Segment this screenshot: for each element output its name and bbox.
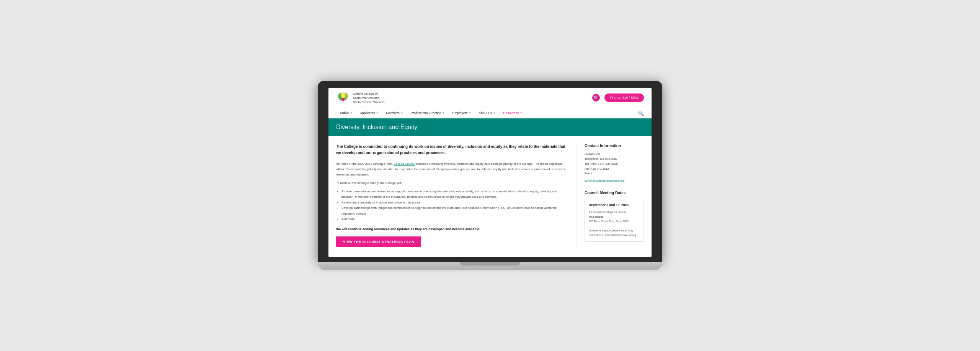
site-header: Ontario College of Social Workers and So… bbox=[328, 88, 652, 108]
main-content: The College is committed to continuing i… bbox=[328, 136, 652, 257]
bullet-item-4: And more. bbox=[341, 217, 567, 222]
laptop-screen: Ontario College of Social Workers and So… bbox=[328, 88, 652, 257]
content-intro: The College is committed to continuing i… bbox=[336, 144, 567, 156]
nav-item-employers[interactable]: Employers ▼ bbox=[448, 108, 475, 118]
meeting-reserve: To reserve a place, please email Amy Fra… bbox=[589, 228, 640, 238]
nav-item-public[interactable]: Public ▼ bbox=[336, 108, 356, 118]
page-hero: Diversity, Inclusion and Equity bbox=[328, 118, 652, 136]
telephone: Telephone: 416-972-9882 bbox=[585, 157, 644, 162]
meeting-line1: All Council meetings are held at: bbox=[589, 210, 640, 215]
content-body-paragraph: As noted in the 2020-2023 Strategic Plan… bbox=[336, 161, 567, 177]
contact-section: Contact Information OCSWSSW Telephone: 4… bbox=[585, 144, 644, 183]
chevron-down-icon: ▼ bbox=[469, 112, 471, 114]
toll-free: Toll-Free: 1-877-828-9380 bbox=[585, 162, 644, 167]
email-label: Email: bbox=[585, 171, 644, 176]
sidebar: Contact Information OCSWSSW Telephone: 4… bbox=[577, 144, 644, 249]
chevron-down-icon: ▼ bbox=[520, 112, 522, 114]
chevron-down-icon: ▼ bbox=[443, 112, 445, 114]
nav-item-applicants[interactable]: Applicants ▼ bbox=[356, 108, 382, 118]
nav-menu: Public ▼ Applicants ▼ Members ▼ bbox=[336, 108, 526, 118]
strategic-plan-button[interactable]: VIEW THE 2020-2023 STRATEGIC PLAN bbox=[336, 236, 421, 247]
meeting-description: All Council meetings are held at: OCSWSS… bbox=[589, 210, 640, 237]
laptop-base bbox=[318, 262, 662, 270]
college-council-link[interactable]: College Council bbox=[394, 162, 415, 166]
nav-item-professional-practice[interactable]: Professional Practice ▼ bbox=[407, 108, 449, 118]
page-title: Diversity, Inclusion and Equity bbox=[336, 124, 644, 131]
nav-item-resources[interactable]: Resources ▼ bbox=[500, 108, 526, 118]
nav-item-about-us[interactable]: About Us ▼ bbox=[475, 108, 500, 118]
strategic-bullets: Provide more educational resources to su… bbox=[336, 189, 567, 222]
logo-area: Ontario College of Social Workers and So… bbox=[336, 91, 385, 105]
logo-icon bbox=[336, 91, 350, 105]
logo-text: Ontario College of Social Workers and So… bbox=[353, 92, 385, 105]
site-nav: Public ▼ Applicants ▼ Members ▼ bbox=[328, 108, 652, 118]
achieve-intro-text: To achieve this strategic priority, the … bbox=[336, 181, 567, 186]
meeting-org: OCSWSSW bbox=[589, 215, 603, 218]
fax: Fax: 416-972-1512 bbox=[585, 167, 644, 172]
chevron-down-icon: ▼ bbox=[376, 112, 378, 114]
laptop-container: Ontario College of Social Workers and So… bbox=[318, 81, 662, 270]
screen-bezel: Ontario College of Social Workers and So… bbox=[318, 81, 662, 261]
bullet-item-1: Provide more educational resources to su… bbox=[341, 189, 567, 200]
content-area: The College is committed to continuing i… bbox=[336, 144, 577, 249]
meeting-address: 250 Bloor Street East, Suite 1000 bbox=[589, 219, 640, 224]
chevron-down-icon: ▼ bbox=[493, 112, 496, 114]
nav-search-icon[interactable]: 🔍 bbox=[638, 110, 644, 116]
chevron-down-icon: ▼ bbox=[350, 112, 352, 114]
meeting-date: September 9 and 10, 2020 bbox=[589, 203, 640, 207]
search-circle-icon[interactable]: 🔍 bbox=[592, 94, 600, 102]
contact-info: OCSWSSW Telephone: 416-972-9882 Toll-Fre… bbox=[585, 152, 644, 183]
org-name: OCSWSSW bbox=[585, 152, 644, 157]
meeting-card: September 9 and 10, 2020 All Council mee… bbox=[585, 199, 644, 241]
svg-point-4 bbox=[341, 98, 345, 101]
header-right: 🔍 Find an SW / SSW bbox=[592, 93, 644, 102]
find-sw-button[interactable]: Find an SW / SSW bbox=[604, 93, 644, 102]
chevron-down-icon: ▼ bbox=[401, 112, 403, 114]
council-section: Council Meeting Dates September 9 and 10… bbox=[585, 191, 644, 241]
email-link[interactable]: communications@ocswssw.org bbox=[585, 179, 624, 182]
bold-statement: We will continue adding resources and up… bbox=[336, 227, 567, 231]
nav-item-members[interactable]: Members ▼ bbox=[382, 108, 407, 118]
council-title: Council Meeting Dates bbox=[585, 191, 644, 195]
bullet-item-2: Review the Standards of Practice and rev… bbox=[341, 200, 567, 205]
svg-point-3 bbox=[341, 92, 345, 98]
bullet-item-3: Develop partnerships with Indigenous com… bbox=[341, 205, 567, 217]
contact-title: Contact Information bbox=[585, 144, 644, 148]
